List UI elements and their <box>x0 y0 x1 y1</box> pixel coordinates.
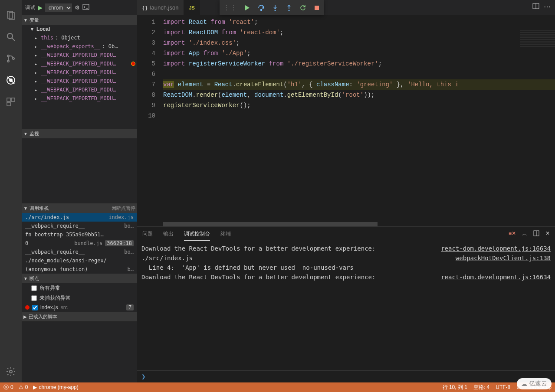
breakpoint-checkbox[interactable] <box>32 305 38 310</box>
step-into-button[interactable] <box>272 4 279 11</box>
svg-point-15 <box>261 9 262 10</box>
chevron-right-icon: ▸ <box>35 88 39 92</box>
svg-point-16 <box>275 10 276 11</box>
loaded-scripts-header[interactable]: ▶已载入的脚本 <box>22 312 137 321</box>
variable-item[interactable]: ▸__WEBPACK_IMPORTED_MODU… <box>22 94 137 103</box>
callstack-section-header[interactable]: ▼调用堆栈因断点暂停 <box>22 203 137 213</box>
chevron-right-icon: ▸ <box>35 62 39 66</box>
tab-debug-console[interactable]: 调试控制台 <box>184 228 210 241</box>
svg-point-9 <box>10 79 12 82</box>
chevron-right-icon: ▸ <box>35 44 39 49</box>
variables-section-header[interactable]: ▼变量 <box>22 15 137 25</box>
status-errors[interactable]: ⓧ 0 <box>3 384 13 391</box>
continue-button[interactable] <box>244 4 251 11</box>
svg-point-17 <box>289 10 290 11</box>
panel-tabs: 问题 输出 调试控制台 终端 ≡✕ ︿ ✕ <box>137 227 555 241</box>
svg-rect-18 <box>315 6 319 10</box>
grip-icon[interactable]: ⋮⋮ <box>223 3 237 12</box>
minimap[interactable] <box>520 30 555 48</box>
repl-input[interactable]: ❯ <box>137 370 555 382</box>
variable-item[interactable]: ▸__WEBPACK_IMPORTED_MODU… <box>22 51 137 59</box>
code-content[interactable]: import React from 'react'; import ReactD… <box>163 15 555 226</box>
callstack-item[interactable]: (anonymous function)b… <box>22 265 137 274</box>
callstack-item[interactable]: ./src/index.jsindex.js <box>22 213 137 222</box>
chevron-down-icon: ▼ <box>30 26 35 32</box>
breakpoint-item[interactable]: 所有异常 <box>22 283 137 293</box>
restart-button[interactable] <box>299 4 306 11</box>
chevron-right-icon: ▸ <box>35 53 39 58</box>
clear-console-icon[interactable]: ≡✕ <box>509 230 516 238</box>
tab-index-js[interactable]: JS <box>184 0 200 15</box>
tab-terminal[interactable]: 终端 <box>220 228 231 240</box>
breakpoint-checkbox[interactable] <box>31 285 37 291</box>
callstack-item[interactable]: __webpack_require__bo… <box>22 248 137 256</box>
svg-rect-11 <box>11 98 15 101</box>
code-editor[interactable]: 12345678910 import React from 'react'; i… <box>137 15 555 226</box>
chevron-right-icon: ▶ <box>23 314 27 319</box>
console-icon[interactable] <box>82 3 89 12</box>
variable-item[interactable]: ▸this: Object <box>22 33 137 42</box>
status-indent[interactable]: 空格: 4 <box>473 384 489 391</box>
editor-tabs: { }launch.json JS <box>137 0 555 15</box>
debug-config-select[interactable]: chrom <box>45 3 72 12</box>
horizontal-scrollbar[interactable] <box>163 222 520 226</box>
maximize-panel-icon[interactable] <box>533 230 539 238</box>
breakpoints-body: 所有异常 未捕获的异常 index.jssrc7 <box>22 283 137 312</box>
tab-problems[interactable]: 问题 <box>142 228 153 240</box>
tab-launch-json[interactable]: { }launch.json <box>137 0 184 15</box>
callstack-item[interactable]: __webpack_require__bo… <box>22 222 137 230</box>
start-debug-icon[interactable]: ▶ <box>38 4 43 11</box>
status-cursor[interactable]: 行 10, 列 1 <box>443 384 467 391</box>
debug-icon[interactable] <box>0 69 22 91</box>
variable-item[interactable]: ▸__WEBPACK_IMPORTED_MODU… <box>22 85 137 94</box>
console-source-link[interactable]: react-dom.development.js:16634 <box>441 272 551 282</box>
json-file-icon: { } <box>142 5 148 10</box>
breakpoint-item[interactable]: index.jssrc7 <box>22 303 137 312</box>
extensions-icon[interactable] <box>0 91 22 113</box>
watermark-badge: ☁ 亿速云 <box>517 378 552 389</box>
watch-section-header[interactable]: ▼监视 <box>22 129 137 138</box>
step-over-button[interactable] <box>258 4 265 11</box>
split-editor-icon[interactable] <box>532 3 539 11</box>
status-bar: ⓧ 0 ⚠ 0 ▶ chrome (my-app) 行 10, 列 1 空格: … <box>0 382 555 392</box>
breakpoint-checkbox[interactable] <box>31 295 37 301</box>
svg-rect-12 <box>7 102 10 106</box>
variable-item[interactable]: ▸__WEBPACK_IMPORTED_MODU… <box>22 68 137 77</box>
console-source-link[interactable]: webpackHotDevClient.js:138 <box>456 253 551 272</box>
stop-button[interactable] <box>313 4 320 11</box>
breakpoint-item[interactable]: 未捕获的异常 <box>22 293 137 303</box>
step-out-button[interactable] <box>286 4 292 11</box>
bottom-panel: 问题 输出 调试控制台 终端 ≡✕ ︿ ✕ Download the React… <box>137 226 555 382</box>
callstack-item[interactable]: 0bundle.js36629:18 <box>22 239 137 248</box>
sidebar-header: 调试 ▶ chrom ⚙ <box>22 0 137 15</box>
scm-icon[interactable] <box>0 48 22 69</box>
console-line: Download the React DevTools for a better… <box>141 272 551 282</box>
callstack-item[interactable]: fn bootstrap 355a9d9bb51… <box>22 230 137 239</box>
status-debug-target[interactable]: ▶ chrome (my-app) <box>33 384 78 390</box>
chevron-right-icon: ▸ <box>35 79 39 84</box>
more-icon[interactable]: ⋯ <box>544 3 551 11</box>
console-line: ./src/index.js Line 4: 'App' is defined … <box>141 253 551 272</box>
collapse-icon[interactable]: ︿ <box>522 230 527 238</box>
callstack-item[interactable]: ./node_modules/ansi-regex/ <box>22 256 137 265</box>
console-source-link[interactable]: react-dom.development.js:16634 <box>441 244 551 253</box>
status-warnings[interactable]: ⚠ 0 <box>19 384 28 390</box>
variable-item[interactable]: ▸__WEBPACK_IMPORTED_MODU… <box>22 77 137 85</box>
explorer-icon[interactable] <box>0 4 22 26</box>
svg-point-5 <box>7 60 9 62</box>
search-icon[interactable] <box>0 26 22 48</box>
variable-item[interactable]: ▸__webpack_exports__: Ob… <box>22 42 137 51</box>
svg-rect-10 <box>7 98 10 101</box>
close-panel-icon[interactable]: ✕ <box>545 230 550 238</box>
breakpoint-dot-icon <box>25 305 30 310</box>
debug-console-body[interactable]: Download the React DevTools for a better… <box>137 241 555 370</box>
tab-output[interactable]: 输出 <box>163 228 174 240</box>
breakpoints-section-header[interactable]: ▼断点 <box>22 274 137 283</box>
settings-gear-icon[interactable] <box>0 361 22 382</box>
status-encoding[interactable]: UTF-8 <box>496 384 510 391</box>
chevron-right-icon: ▸ <box>35 36 39 40</box>
svg-point-2 <box>7 33 13 39</box>
variable-scope[interactable]: ▼Local <box>22 25 137 33</box>
variable-item[interactable]: ▸__WEBPACK_IMPORTED_MODU… <box>22 59 137 68</box>
gear-icon[interactable]: ⚙ <box>75 4 80 11</box>
